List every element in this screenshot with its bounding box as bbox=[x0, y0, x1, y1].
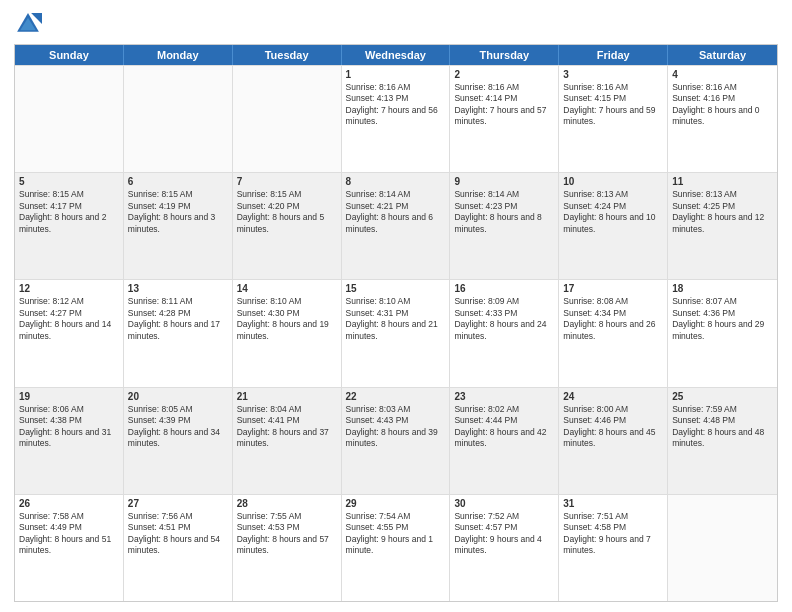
header-day-sunday: Sunday bbox=[15, 45, 124, 65]
calendar-cell: 5Sunrise: 8:15 AM Sunset: 4:17 PM Daylig… bbox=[15, 173, 124, 279]
day-info: Sunrise: 8:16 AM Sunset: 4:14 PM Dayligh… bbox=[454, 82, 554, 128]
day-info: Sunrise: 8:12 AM Sunset: 4:27 PM Dayligh… bbox=[19, 296, 119, 342]
day-number: 16 bbox=[454, 283, 554, 294]
day-number: 28 bbox=[237, 498, 337, 509]
day-info: Sunrise: 8:11 AM Sunset: 4:28 PM Dayligh… bbox=[128, 296, 228, 342]
header-day-friday: Friday bbox=[559, 45, 668, 65]
calendar-body: 1Sunrise: 8:16 AM Sunset: 4:13 PM Daylig… bbox=[15, 65, 777, 601]
day-number: 19 bbox=[19, 391, 119, 402]
day-info: Sunrise: 8:05 AM Sunset: 4:39 PM Dayligh… bbox=[128, 404, 228, 450]
calendar-week-5: 26Sunrise: 7:58 AM Sunset: 4:49 PM Dayli… bbox=[15, 494, 777, 601]
day-number: 27 bbox=[128, 498, 228, 509]
calendar-cell: 28Sunrise: 7:55 AM Sunset: 4:53 PM Dayli… bbox=[233, 495, 342, 601]
header-day-tuesday: Tuesday bbox=[233, 45, 342, 65]
day-number: 30 bbox=[454, 498, 554, 509]
day-info: Sunrise: 8:03 AM Sunset: 4:43 PM Dayligh… bbox=[346, 404, 446, 450]
day-info: Sunrise: 8:09 AM Sunset: 4:33 PM Dayligh… bbox=[454, 296, 554, 342]
calendar: SundayMondayTuesdayWednesdayThursdayFrid… bbox=[14, 44, 778, 602]
calendar-cell: 20Sunrise: 8:05 AM Sunset: 4:39 PM Dayli… bbox=[124, 388, 233, 494]
day-number: 11 bbox=[672, 176, 773, 187]
day-number: 21 bbox=[237, 391, 337, 402]
day-info: Sunrise: 7:52 AM Sunset: 4:57 PM Dayligh… bbox=[454, 511, 554, 557]
day-number: 4 bbox=[672, 69, 773, 80]
calendar-cell: 23Sunrise: 8:02 AM Sunset: 4:44 PM Dayli… bbox=[450, 388, 559, 494]
header-day-thursday: Thursday bbox=[450, 45, 559, 65]
day-number: 26 bbox=[19, 498, 119, 509]
calendar-cell: 6Sunrise: 8:15 AM Sunset: 4:19 PM Daylig… bbox=[124, 173, 233, 279]
header-day-saturday: Saturday bbox=[668, 45, 777, 65]
day-info: Sunrise: 7:56 AM Sunset: 4:51 PM Dayligh… bbox=[128, 511, 228, 557]
calendar-cell: 30Sunrise: 7:52 AM Sunset: 4:57 PM Dayli… bbox=[450, 495, 559, 601]
calendar-header: SundayMondayTuesdayWednesdayThursdayFrid… bbox=[15, 45, 777, 65]
day-number: 14 bbox=[237, 283, 337, 294]
day-info: Sunrise: 7:58 AM Sunset: 4:49 PM Dayligh… bbox=[19, 511, 119, 557]
calendar-cell: 17Sunrise: 8:08 AM Sunset: 4:34 PM Dayli… bbox=[559, 280, 668, 386]
calendar-cell: 11Sunrise: 8:13 AM Sunset: 4:25 PM Dayli… bbox=[668, 173, 777, 279]
day-info: Sunrise: 8:16 AM Sunset: 4:13 PM Dayligh… bbox=[346, 82, 446, 128]
day-info: Sunrise: 8:13 AM Sunset: 4:25 PM Dayligh… bbox=[672, 189, 773, 235]
day-number: 2 bbox=[454, 69, 554, 80]
calendar-cell: 24Sunrise: 8:00 AM Sunset: 4:46 PM Dayli… bbox=[559, 388, 668, 494]
calendar-cell bbox=[15, 66, 124, 172]
header-day-monday: Monday bbox=[124, 45, 233, 65]
day-info: Sunrise: 7:54 AM Sunset: 4:55 PM Dayligh… bbox=[346, 511, 446, 557]
day-number: 10 bbox=[563, 176, 663, 187]
day-number: 18 bbox=[672, 283, 773, 294]
calendar-cell: 26Sunrise: 7:58 AM Sunset: 4:49 PM Dayli… bbox=[15, 495, 124, 601]
day-number: 29 bbox=[346, 498, 446, 509]
day-number: 12 bbox=[19, 283, 119, 294]
calendar-cell bbox=[124, 66, 233, 172]
calendar-cell: 19Sunrise: 8:06 AM Sunset: 4:38 PM Dayli… bbox=[15, 388, 124, 494]
calendar-cell: 13Sunrise: 8:11 AM Sunset: 4:28 PM Dayli… bbox=[124, 280, 233, 386]
day-info: Sunrise: 8:15 AM Sunset: 4:20 PM Dayligh… bbox=[237, 189, 337, 235]
calendar-week-2: 5Sunrise: 8:15 AM Sunset: 4:17 PM Daylig… bbox=[15, 172, 777, 279]
calendar-cell: 25Sunrise: 7:59 AM Sunset: 4:48 PM Dayli… bbox=[668, 388, 777, 494]
calendar-week-4: 19Sunrise: 8:06 AM Sunset: 4:38 PM Dayli… bbox=[15, 387, 777, 494]
calendar-cell: 14Sunrise: 8:10 AM Sunset: 4:30 PM Dayli… bbox=[233, 280, 342, 386]
day-info: Sunrise: 8:02 AM Sunset: 4:44 PM Dayligh… bbox=[454, 404, 554, 450]
day-number: 3 bbox=[563, 69, 663, 80]
day-number: 24 bbox=[563, 391, 663, 402]
calendar-cell: 7Sunrise: 8:15 AM Sunset: 4:20 PM Daylig… bbox=[233, 173, 342, 279]
day-number: 1 bbox=[346, 69, 446, 80]
calendar-cell: 27Sunrise: 7:56 AM Sunset: 4:51 PM Dayli… bbox=[124, 495, 233, 601]
calendar-cell: 12Sunrise: 8:12 AM Sunset: 4:27 PM Dayli… bbox=[15, 280, 124, 386]
day-info: Sunrise: 8:14 AM Sunset: 4:23 PM Dayligh… bbox=[454, 189, 554, 235]
calendar-week-1: 1Sunrise: 8:16 AM Sunset: 4:13 PM Daylig… bbox=[15, 65, 777, 172]
calendar-cell bbox=[233, 66, 342, 172]
day-info: Sunrise: 8:14 AM Sunset: 4:21 PM Dayligh… bbox=[346, 189, 446, 235]
day-info: Sunrise: 8:07 AM Sunset: 4:36 PM Dayligh… bbox=[672, 296, 773, 342]
day-number: 25 bbox=[672, 391, 773, 402]
day-info: Sunrise: 8:13 AM Sunset: 4:24 PM Dayligh… bbox=[563, 189, 663, 235]
day-number: 20 bbox=[128, 391, 228, 402]
day-info: Sunrise: 8:08 AM Sunset: 4:34 PM Dayligh… bbox=[563, 296, 663, 342]
day-info: Sunrise: 7:55 AM Sunset: 4:53 PM Dayligh… bbox=[237, 511, 337, 557]
day-number: 9 bbox=[454, 176, 554, 187]
logo bbox=[14, 10, 46, 38]
calendar-cell: 31Sunrise: 7:51 AM Sunset: 4:58 PM Dayli… bbox=[559, 495, 668, 601]
day-number: 5 bbox=[19, 176, 119, 187]
day-number: 7 bbox=[237, 176, 337, 187]
calendar-cell: 21Sunrise: 8:04 AM Sunset: 4:41 PM Dayli… bbox=[233, 388, 342, 494]
day-info: Sunrise: 7:59 AM Sunset: 4:48 PM Dayligh… bbox=[672, 404, 773, 450]
calendar-cell: 9Sunrise: 8:14 AM Sunset: 4:23 PM Daylig… bbox=[450, 173, 559, 279]
logo-icon bbox=[14, 10, 42, 38]
calendar-cell: 29Sunrise: 7:54 AM Sunset: 4:55 PM Dayli… bbox=[342, 495, 451, 601]
day-info: Sunrise: 8:10 AM Sunset: 4:31 PM Dayligh… bbox=[346, 296, 446, 342]
calendar-cell: 10Sunrise: 8:13 AM Sunset: 4:24 PM Dayli… bbox=[559, 173, 668, 279]
page-header bbox=[14, 10, 778, 38]
day-number: 8 bbox=[346, 176, 446, 187]
calendar-cell: 3Sunrise: 8:16 AM Sunset: 4:15 PM Daylig… bbox=[559, 66, 668, 172]
day-info: Sunrise: 8:16 AM Sunset: 4:15 PM Dayligh… bbox=[563, 82, 663, 128]
day-info: Sunrise: 8:00 AM Sunset: 4:46 PM Dayligh… bbox=[563, 404, 663, 450]
calendar-cell: 1Sunrise: 8:16 AM Sunset: 4:13 PM Daylig… bbox=[342, 66, 451, 172]
calendar-cell: 18Sunrise: 8:07 AM Sunset: 4:36 PM Dayli… bbox=[668, 280, 777, 386]
day-number: 6 bbox=[128, 176, 228, 187]
day-number: 13 bbox=[128, 283, 228, 294]
calendar-week-3: 12Sunrise: 8:12 AM Sunset: 4:27 PM Dayli… bbox=[15, 279, 777, 386]
calendar-cell: 15Sunrise: 8:10 AM Sunset: 4:31 PM Dayli… bbox=[342, 280, 451, 386]
day-number: 17 bbox=[563, 283, 663, 294]
calendar-cell: 22Sunrise: 8:03 AM Sunset: 4:43 PM Dayli… bbox=[342, 388, 451, 494]
day-info: Sunrise: 8:16 AM Sunset: 4:16 PM Dayligh… bbox=[672, 82, 773, 128]
calendar-cell: 16Sunrise: 8:09 AM Sunset: 4:33 PM Dayli… bbox=[450, 280, 559, 386]
